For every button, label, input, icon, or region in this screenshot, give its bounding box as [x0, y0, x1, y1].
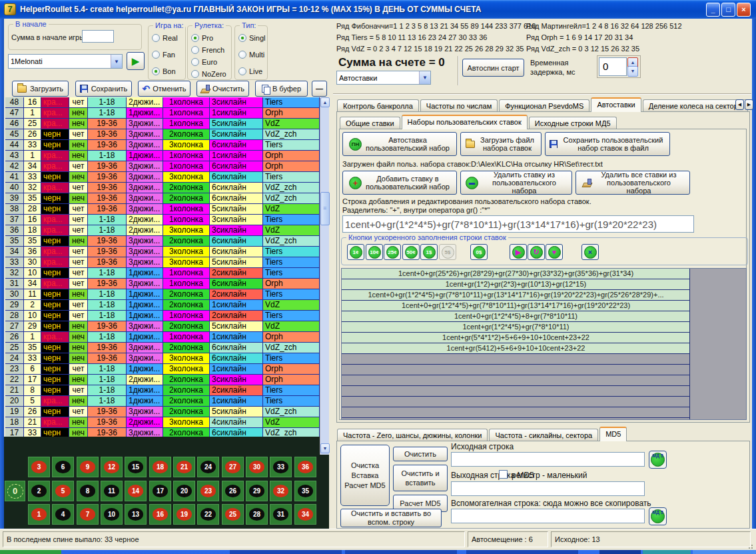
- bet-string-row-empty[interactable]: [342, 407, 690, 418]
- coin-button-0d[interactable]: 0$: [470, 244, 488, 260]
- table-row[interactable]: 261кра...неч1-181дюжи...1колонка1сиклайн…: [5, 332, 320, 343]
- roulette-board[interactable]: 3691215182124273033362581114172023262932…: [4, 437, 329, 529]
- bet-string-row-empty[interactable]: [342, 386, 690, 397]
- bet-string-input[interactable]: [342, 215, 694, 233]
- board-cell-6[interactable]: 6: [52, 457, 74, 477]
- bet-string-row-empty[interactable]: [342, 375, 690, 386]
- table-row[interactable]: 292чернчет1-181дюжи...2колонка1сиклайнVd…: [5, 300, 320, 311]
- radio-dot-icon[interactable]: [238, 67, 246, 75]
- chevron-down-icon[interactable]: ▼: [111, 55, 122, 68]
- history-scrollbar[interactable]: ▲ ▼: [320, 97, 329, 455]
- radio-dot-icon[interactable]: [152, 51, 160, 59]
- bet-string-row[interactable]: 1cent+0+gr(1*2*4*5)+gr(7*8*10*11)+gr(13*…: [342, 290, 690, 301]
- bet-string-row[interactable]: 1cent+gr(1*2*4*5)+gr(7*8*10*11): [342, 322, 690, 333]
- board-cell-9[interactable]: 9: [77, 457, 99, 477]
- board-cell-27[interactable]: 27: [222, 457, 244, 477]
- quick-play-button[interactable]: ▶: [510, 244, 527, 260]
- save-set-file-button[interactable]: Сохранить пользовательский набор ставок …: [545, 132, 670, 156]
- close-button[interactable]: ×: [737, 3, 751, 17]
- table-row[interactable]: 4433черннеч19-363дюжи...3колонка6сиклайн…: [5, 140, 320, 151]
- table-row[interactable]: 2729черннеч19-363дюжи...2колонка5сиклайн…: [5, 321, 320, 332]
- table-row[interactable]: 471кра...неч1-181дюжи...1колонка1сиклайн…: [5, 108, 320, 119]
- md5-clear-button[interactable]: Очистить: [393, 447, 448, 461]
- tab-функционал-psevdoms[interactable]: Функционал PsevdoMS: [499, 99, 589, 112]
- taskbar-item[interactable]: [599, 550, 641, 554]
- table-row[interactable]: 4234кра...чет19-363дюжи...1колонка6сикла…: [5, 161, 320, 172]
- subtab-исходные-строки-мд5[interactable]: Исходные строки МД5: [529, 117, 617, 129]
- clear-button[interactable]: Очистить: [196, 81, 249, 97]
- tab-контроль-банкролла[interactable]: Контроль банкролла: [337, 99, 419, 112]
- tab-scroll-right-icon[interactable]: ▶: [745, 99, 753, 110]
- board-cell-28[interactable]: 28: [246, 504, 268, 525]
- radio-dot-icon[interactable]: [238, 34, 246, 42]
- board-cell-30[interactable]: 30: [246, 457, 268, 477]
- tab-деление-колеса-на-сектора[interactable]: Деление колеса на сектора: [643, 99, 748, 112]
- minimize-button[interactable]: _: [706, 3, 720, 17]
- radio-dot-icon[interactable]: [191, 34, 199, 42]
- coin-button-10c[interactable]: 10¢: [366, 244, 383, 260]
- board-cell-8[interactable]: 8: [77, 481, 99, 501]
- table-row[interactable]: 2217черннеч1-182дюжи...2колонка3сиклайнO…: [5, 375, 320, 385]
- board-cell-19[interactable]: 19: [173, 504, 195, 525]
- board-cell-15[interactable]: 15: [125, 457, 147, 477]
- board-cell-2[interactable]: 2: [28, 481, 50, 501]
- board-cell-22[interactable]: 22: [197, 504, 219, 525]
- bet-string-row[interactable]: 1cent+0+gr(1*2*4*5)+gr(7*8*10*11)+gr(13*…: [342, 301, 690, 311]
- board-cell-32[interactable]: 32: [270, 481, 292, 501]
- table-row[interactable]: 3716кра...чет1-182дюжи...1колонка3сиклай…: [5, 215, 320, 225]
- radio-pro[interactable]: Pro: [191, 34, 213, 42]
- md5-clear-paste-aux-button[interactable]: Очистить и вставить во вспом. строку: [340, 509, 442, 527]
- radio-dot-icon[interactable]: [152, 67, 160, 75]
- board-cell-24[interactable]: 24: [197, 457, 219, 477]
- board-cell-zero[interactable]: 0: [5, 481, 25, 501]
- spin-history-table[interactable]: 4816кра...чет1-182дюжи...1колонка3сиклай…: [5, 97, 320, 437]
- board-cell-3[interactable]: 3: [28, 457, 50, 477]
- tab-частоты-по-числам[interactable]: Частоты по числам: [420, 99, 498, 112]
- md5-aux-input[interactable]: [451, 509, 645, 523]
- table-row[interactable]: 3210чернчет1-181дюжи...1колонка2сиклайнT…: [5, 268, 320, 279]
- maximize-button[interactable]: □: [721, 3, 735, 17]
- table-row[interactable]: 2535черннеч19-363дюжи...2колонка6сиклайн…: [5, 343, 320, 353]
- taskbar-item[interactable]: [230, 550, 342, 554]
- table-row[interactable]: 2433черннеч19-363дюжи...3колонка6сиклайн…: [5, 353, 320, 364]
- remove-bet-button[interactable]: ▬ Удалить ставку из пользовательского на…: [460, 171, 572, 195]
- bottomtab-md5[interactable]: MD5: [599, 427, 627, 441]
- board-cell-7[interactable]: 7: [77, 504, 99, 525]
- start-sum-input[interactable]: [82, 30, 114, 43]
- scroll-up-icon[interactable]: ▲: [320, 97, 330, 107]
- tab-scroll-left-icon[interactable]: ◀: [735, 99, 744, 110]
- board-cell-26[interactable]: 26: [222, 481, 244, 501]
- board-cell-25[interactable]: 25: [222, 504, 244, 525]
- md5-big-button[interactable]: Очистка Вставка Расчет MD5: [340, 445, 390, 506]
- radio-dot-icon[interactable]: [191, 70, 199, 78]
- radio-live[interactable]: Live: [238, 67, 262, 75]
- run-profile-button[interactable]: ▶: [127, 52, 145, 70]
- table-row[interactable]: 3935черннеч19-363дюжи...2колонка6сиклайн…: [5, 193, 320, 204]
- radio-bon[interactable]: Bon: [152, 67, 176, 75]
- board-cell-34[interactable]: 34: [294, 504, 316, 525]
- bet-string-row[interactable]: 1cent+gr(5412)+5+6+9+10+10cent+23+22: [342, 343, 690, 354]
- undo-button[interactable]: ↶ Отменить: [138, 81, 190, 97]
- bottomtab-частота-zero-шансы-дюжины-колонки[interactable]: Частота - Zero, шансы, дюжины, колонки: [337, 429, 488, 441]
- table-row[interactable]: 4816кра...чет1-182дюжи...1колонка3сиклай…: [5, 97, 320, 108]
- quick-heart-button[interactable]: ♥: [546, 244, 563, 260]
- board-cell-11[interactable]: 11: [101, 481, 123, 501]
- remove-all-bets-button[interactable]: Удалить все ставки из пользовательского …: [575, 171, 690, 195]
- board-cell-5[interactable]: 5: [52, 481, 74, 501]
- board-cell-14[interactable]: 14: [125, 481, 147, 501]
- bet-string-row[interactable]: 1cent+gr(5*4*1*2)+5+6+9+10+10cent+23+22: [342, 333, 690, 343]
- table-row[interactable]: 2810чернчет1-181дюжи...1колонка2сиклайнT…: [5, 311, 320, 321]
- table-row[interactable]: 3330кра...чет19-363дюжи...3колонка5сикла…: [5, 257, 320, 268]
- collapse-button[interactable]: —: [312, 81, 327, 97]
- table-row[interactable]: 4032кра...чет19-363дюжи...2колонка6сикла…: [5, 183, 320, 193]
- delay-input[interactable]: 0: [599, 57, 627, 76]
- table-row[interactable]: 3535черннеч19-363дюжи...2колонка6сиклайн…: [5, 236, 320, 247]
- scrollbar-thumb[interactable]: [320, 192, 330, 225]
- radio-singl[interactable]: Singl: [238, 34, 265, 42]
- start-button[interactable]: [0, 550, 61, 554]
- load-button[interactable]: Загрузить: [12, 81, 69, 97]
- md5-clear-paste-button[interactable]: Очистить и вставить: [393, 465, 448, 491]
- autospin-start-button[interactable]: Автоспин старт: [462, 59, 524, 77]
- table-row[interactable]: 4526чернчет19-363дюжи...2колонка5сиклайн…: [5, 129, 320, 140]
- coin-button-1d[interactable]: 1$: [420, 244, 438, 260]
